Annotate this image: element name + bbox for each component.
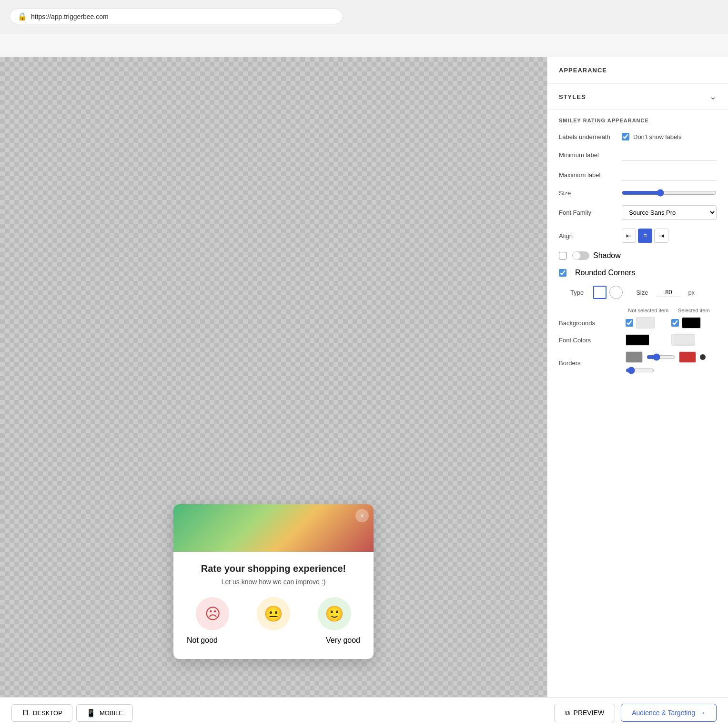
borders-controls [626,351,717,374]
font-family-control: Source Sans Pro Arial Roboto Open Sans L… [622,205,717,220]
smiley-circle-neutral: 😐 [257,597,290,630]
smiley-circle-bad: ☹ [196,597,229,630]
dont-show-labels-checkbox[interactable] [622,133,629,140]
popup-header-banner: × [173,504,374,552]
preview-area: × Rate your shopping experience! Let us … [0,57,547,697]
audience-targeting-button[interactable]: Audience & Targeting → [621,704,717,722]
rounded-corners-checkbox[interactable] [559,269,566,277]
shadow-control: Shadow [572,251,717,260]
bottom-bar: 🖥 DESKTOP 📱 MOBILE ⧉ PREVIEW Audience & … [0,697,728,728]
size-input[interactable] [657,288,680,297]
bottom-actions: ⧉ PREVIEW Audience & Targeting → [554,704,717,722]
panel-header: APPEARANCE [547,57,728,84]
desktop-icon: 🖥 [21,708,29,717]
borders-row: Borders [559,351,717,374]
borders-label: Borders [559,359,626,367]
font-color-not-selected-swatch[interactable] [626,334,649,346]
backgrounds-selected [671,317,717,329]
not-selected-col-header: Not selected item [626,308,671,313]
device-buttons: 🖥 DESKTOP 📱 MOBILE [11,704,133,722]
chevron-down-icon: ⌄ [709,91,717,102]
maximum-label-input[interactable] [622,169,717,180]
labels-underneath-row: Labels underneath Don't show labels [559,133,717,140]
rounded-corners-label: Rounded Corners [575,269,635,277]
popup-title: Rate your shopping experience! [185,563,362,574]
smiley-emoji-bad: ☹ [205,605,221,623]
font-colors-selected [671,334,717,346]
align-center-button[interactable]: ≡ [638,229,652,243]
maximum-label-label: Maximum label [559,171,616,179]
smiley-emoji-good: 🙂 [325,605,344,623]
smiley-emoji-neutral: 😐 [264,605,283,623]
mobile-button[interactable]: 📱 MOBILE [76,704,133,722]
font-family-select[interactable]: Source Sans Pro Arial Roboto Open Sans L… [622,205,717,220]
backgrounds-selected-checkbox[interactable] [671,319,679,327]
shadow-toggle-knob [573,252,580,259]
sra-section: SMILEY RATING APPEARANCE Labels undernea… [547,110,728,388]
shadow-row: Shadow [559,251,717,260]
minimum-label-row: Minimum label [559,149,717,160]
font-colors-not-selected [626,334,671,346]
maximum-label-control [622,169,717,180]
audience-targeting-label: Audience & Targeting [632,709,695,717]
font-colors-label: Font Colors [559,337,626,344]
size-slider[interactable] [622,189,717,197]
font-colors-row: Font Colors [559,334,717,346]
mobile-label: MOBILE [100,709,123,717]
backgrounds-not-selected-swatch[interactable] [636,317,655,329]
smiley-labels-row: Not good Very good [185,636,362,645]
backgrounds-label: Backgrounds [559,319,626,327]
url-text: https://app.triggerbee.com [31,13,109,20]
preview-label: PREVIEW [574,709,605,717]
smiley-item-bad[interactable]: ☹ [185,597,240,630]
smiley-item-neutral[interactable]: 😐 [246,597,301,630]
align-left-button[interactable]: ⇤ [622,229,636,243]
main-layout: × Rate your shopping experience! Let us … [0,57,728,697]
rounded-type-button[interactable] [609,286,623,299]
square-type-button[interactable] [593,286,607,299]
maximum-label-row: Maximum label [559,169,717,180]
type-label: Type [570,289,584,296]
size-label: Size [559,189,616,197]
styles-section[interactable]: STYLES ⌄ [547,84,728,110]
smiley-options: ☹ 😐 🙂 [185,597,362,630]
popup-subtitle: Let us know how we can improve :) [185,578,362,586]
browser-chrome: 🔒 https://app.triggerbee.com [0,0,728,33]
mobile-icon: 📱 [86,708,96,718]
size-row: Size [559,189,717,197]
right-panel: APPEARANCE STYLES ⌄ SMILEY RATING APPEAR… [547,57,728,697]
minimum-label-control [622,149,717,160]
shadow-checkbox[interactable] [559,252,566,259]
font-family-row: Font Family Source Sans Pro Arial Roboto… [559,205,717,220]
popup-widget: × Rate your shopping experience! Let us … [173,504,374,659]
border-gray-slider[interactable] [647,353,675,361]
rounded-corners-options: Type Size px [559,286,717,299]
border-red-swatch[interactable] [679,351,696,363]
rounded-corners-row: Rounded Corners [559,269,717,277]
labels-underneath-control: Don't show labels [622,133,717,140]
size-control [622,189,717,197]
panel-title: APPEARANCE [559,67,717,74]
align-label: Align [559,232,616,239]
shadow-checkbox-area [559,252,566,259]
smiley-item-good[interactable]: 🙂 [307,597,362,630]
arrow-right-icon: → [699,709,706,717]
size-input-label: Size [636,289,648,296]
backgrounds-not-selected-checkbox[interactable] [626,319,633,327]
minimum-label-input[interactable] [622,149,717,160]
font-family-label: Font Family [559,209,616,216]
preview-button[interactable]: ⧉ PREVIEW [554,704,616,722]
backgrounds-selected-swatch[interactable] [682,317,701,329]
desktop-button[interactable]: 🖥 DESKTOP [11,704,72,722]
border-dot [700,354,706,360]
desktop-label: DESKTOP [33,709,62,717]
popup-close-button[interactable]: × [355,509,369,522]
align-right-button[interactable]: ⇥ [654,229,668,243]
backgrounds-not-selected [626,317,671,329]
border-gray-swatch[interactable] [626,351,643,363]
font-color-selected-swatch[interactable] [671,334,695,346]
align-buttons: ⇤ ≡ ⇥ [622,229,717,243]
shadow-toggle[interactable] [572,251,589,260]
sra-title: SMILEY RATING APPEARANCE [559,118,717,123]
border-red-slider[interactable] [626,367,654,374]
